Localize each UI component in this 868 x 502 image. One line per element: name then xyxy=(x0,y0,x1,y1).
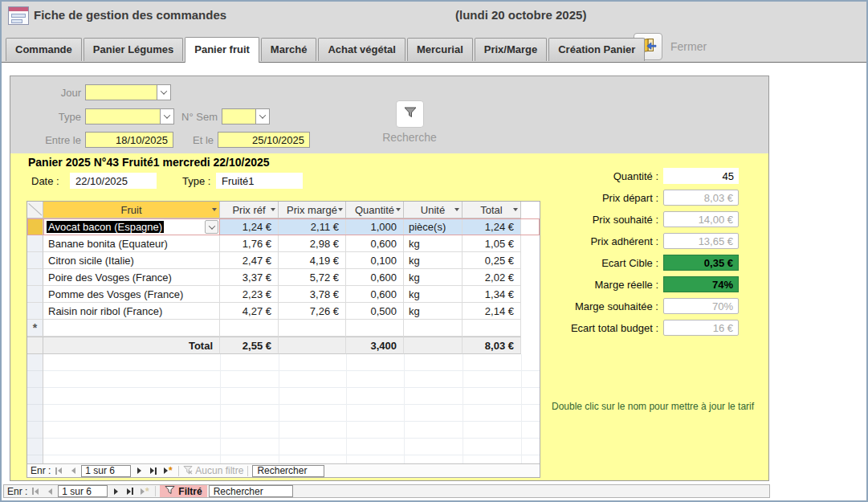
cell-prix-ref[interactable]: 2,47 € xyxy=(220,252,279,269)
tab-panier-legumes[interactable]: Panier Légumes xyxy=(84,38,183,61)
select-all-corner[interactable] xyxy=(27,202,43,218)
date-label: Date : xyxy=(31,175,59,187)
cell-quantite[interactable]: 0,600 xyxy=(346,286,404,303)
row-selector[interactable] xyxy=(27,218,43,235)
cell-fruit[interactable]: Avocat bacon (Espagne) xyxy=(43,218,220,235)
cell-prix-ref[interactable]: 4,27 € xyxy=(220,303,279,320)
col-header-prix-ref[interactable]: Prix réf xyxy=(220,202,279,218)
cell-unite[interactable]: kg xyxy=(404,252,463,269)
date-field[interactable]: 22/10/2025 xyxy=(70,173,157,189)
filter-arrow-icon[interactable] xyxy=(212,208,217,211)
col-header-unite[interactable]: Unité xyxy=(404,202,463,218)
record-position[interactable]: 1 sur 6 xyxy=(81,465,131,477)
tab-marche[interactable]: Marché xyxy=(261,38,317,61)
next-record-button[interactable] xyxy=(132,466,145,476)
cell-prix-ref[interactable]: 1,24 € xyxy=(220,218,279,235)
cell-fruit[interactable]: Pomme des Vosges (France) xyxy=(43,286,220,303)
quantite-field[interactable]: 45 xyxy=(663,168,739,184)
cell-prix-marge[interactable]: 2,11 € xyxy=(279,218,346,235)
cell-prix-ref[interactable]: 2,23 € xyxy=(220,286,279,303)
previous-record-button[interactable] xyxy=(67,466,79,476)
cell-quantite[interactable]: 0,100 xyxy=(346,252,404,269)
tab-achat-vegetal[interactable]: Achat végétal xyxy=(318,38,405,61)
record-nav-label: Enr : xyxy=(31,465,51,476)
cell-fruit[interactable]: Poire des Vosges (France) xyxy=(43,269,220,286)
chevron-down-icon[interactable] xyxy=(157,85,170,100)
row-selector[interactable] xyxy=(27,269,43,286)
chevron-down-icon[interactable] xyxy=(255,109,269,124)
cell-prix-marge[interactable]: 5,72 € xyxy=(279,269,346,286)
date-fin-field[interactable]: 25/10/2025 xyxy=(218,132,310,148)
cell-fruit[interactable]: Banane bonita (Equateur) xyxy=(43,235,220,252)
cell-prix-ref[interactable] xyxy=(220,320,279,337)
cell-prix-marge[interactable]: 2,98 € xyxy=(279,235,346,252)
cell-prix-marge[interactable]: 4,19 € xyxy=(279,252,346,269)
filter-arrow-icon[interactable] xyxy=(338,208,343,211)
total-prix-ref: 2,55 € xyxy=(220,337,279,354)
first-record-button[interactable] xyxy=(29,486,42,496)
prix-souhaite-field: 14,00 € xyxy=(663,211,739,227)
cell-prix-marge[interactable] xyxy=(279,320,346,337)
first-record-button[interactable] xyxy=(52,466,65,476)
col-header-quantite[interactable]: Quantité xyxy=(346,202,404,218)
chevron-down-icon[interactable] xyxy=(160,109,173,124)
cell-prix-marge[interactable]: 7,26 € xyxy=(279,303,346,320)
cell-unite[interactable]: kg xyxy=(404,269,463,286)
search-button[interactable] xyxy=(396,100,424,128)
new-record-marker[interactable]: * xyxy=(27,320,43,337)
cell-quantite[interactable]: 0,500 xyxy=(346,303,404,320)
record-nav-label: Enr : xyxy=(7,486,27,497)
type-combo[interactable] xyxy=(85,108,174,124)
cell-quantite[interactable]: 1,000 xyxy=(346,218,404,235)
date-debut-field[interactable]: 18/10/2025 xyxy=(85,132,173,148)
tab-creation-panier[interactable]: Création Panier xyxy=(548,38,645,61)
jour-label: Jour xyxy=(10,87,81,99)
row-selector[interactable] xyxy=(27,303,43,320)
type-field[interactable]: Fruité1 xyxy=(216,173,303,189)
cell-prix-ref[interactable]: 3,37 € xyxy=(220,269,279,286)
cell-unite[interactable]: pièce(s) xyxy=(404,218,463,235)
tab-panier-fruit[interactable]: Panier fruit xyxy=(185,37,259,63)
row-selector[interactable] xyxy=(27,286,43,303)
last-record-button[interactable] xyxy=(124,486,137,496)
jour-combo[interactable] xyxy=(85,84,171,100)
cell-fruit[interactable] xyxy=(43,320,220,337)
new-record-button[interactable]: * xyxy=(161,466,174,476)
last-record-button[interactable] xyxy=(147,466,160,476)
record-position[interactable]: 1 sur 6 xyxy=(58,485,108,497)
cell-prix-ref[interactable]: 1,76 € xyxy=(220,235,279,252)
cell-prix-marge[interactable]: 3,78 € xyxy=(279,286,346,303)
chevron-down-icon[interactable] xyxy=(205,220,218,234)
cell-quantite[interactable]: 0,600 xyxy=(346,269,404,286)
no-filter-button[interactable]: Aucun filtre xyxy=(183,465,243,477)
cell-fruit[interactable]: Citron sicile (Italie) xyxy=(43,252,220,269)
filter-state-badge[interactable]: Filtré xyxy=(160,485,206,497)
cell-unite[interactable]: kg xyxy=(404,286,463,303)
record-search-box[interactable]: Rechercher xyxy=(252,465,324,477)
cell-quantite[interactable]: 0,600 xyxy=(346,235,404,252)
tab-mercurial[interactable]: Mercurial xyxy=(407,38,473,61)
cell-fruit[interactable]: Raisin noir ribol (France) xyxy=(43,303,220,320)
row-selector[interactable] xyxy=(27,235,43,252)
new-record-button[interactable]: * xyxy=(138,486,151,496)
filter-arrow-icon[interactable] xyxy=(396,208,401,211)
cell-unite[interactable]: kg xyxy=(404,303,463,320)
selected-text[interactable]: Avocat bacon (Espagne) xyxy=(47,221,164,233)
row-selector[interactable] xyxy=(27,252,43,269)
type-filter-label: Type xyxy=(10,111,81,123)
tab-prix-marge[interactable]: Prix/Marge xyxy=(475,38,547,61)
total-unite xyxy=(404,337,463,354)
filter-arrow-icon[interactable] xyxy=(271,208,275,211)
previous-record-button[interactable] xyxy=(43,486,56,496)
tab-commande[interactable]: Commande xyxy=(6,38,82,61)
semaine-combo[interactable] xyxy=(222,108,270,124)
cell-unite[interactable]: kg xyxy=(404,235,463,252)
filter-arrow-icon[interactable] xyxy=(454,208,459,211)
record-search-box[interactable]: Rechercher xyxy=(209,485,293,497)
cell-quantite[interactable] xyxy=(346,320,404,337)
next-record-button[interactable] xyxy=(109,486,122,496)
col-header-prix-marge[interactable]: Prix margé xyxy=(279,202,346,218)
cell-unite[interactable] xyxy=(404,320,463,337)
ecart-total-budget-field: 16 € xyxy=(663,320,739,336)
col-header-fruit[interactable]: Fruit xyxy=(43,202,220,218)
